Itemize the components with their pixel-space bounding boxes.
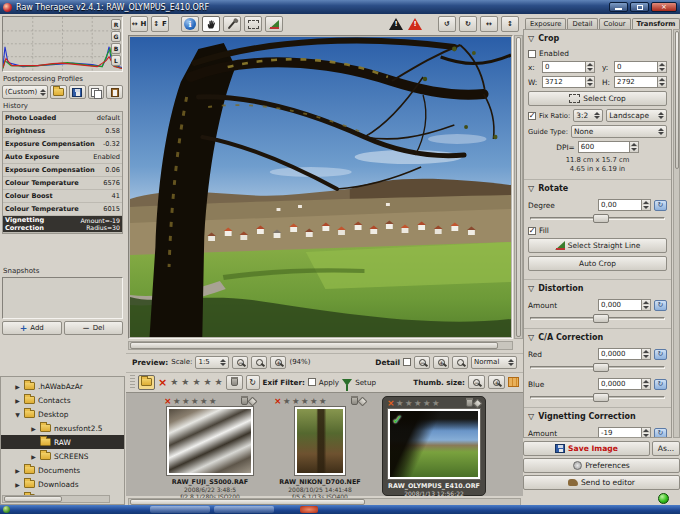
scale-select[interactable]: 1:5: [195, 356, 229, 369]
vignetting-header[interactable]: ▽Vignetting Correction: [528, 411, 667, 424]
star-icon[interactable]: ★: [173, 397, 181, 405]
history-row[interactable]: Colour Boost41: [3, 190, 122, 203]
tree-item[interactable]: ▶nexusfont2.5: [1, 421, 124, 435]
expander-icon[interactable]: ▶: [14, 481, 21, 488]
refresh-button[interactable]: ↻: [246, 375, 260, 390]
tag-icon[interactable]: [473, 398, 483, 408]
thumb-smaller-button[interactable]: −: [468, 375, 485, 389]
save-profile-button[interactable]: [69, 85, 86, 99]
histogram-green-toggle[interactable]: G: [111, 31, 121, 42]
preferences-button[interactable]: Preferences: [523, 458, 680, 473]
taskbar-item[interactable]: [214, 506, 274, 513]
close-button[interactable]: ×: [651, 2, 677, 12]
history-row[interactable]: Exposure Compensation-0.32: [3, 138, 122, 151]
thumbnail[interactable]: × ★★★★★ RAW_NIKON_D700.NEF 2008/10/25 14…: [272, 396, 368, 496]
detail-zoom-100-button[interactable]: [452, 356, 468, 369]
hand-tool-button[interactable]: [202, 16, 220, 32]
ca-blue-slider[interactable]: [528, 393, 667, 402]
thumbnail-selected[interactable]: × ★★★★★ ✓ RAW_OLYMPUS_E410.ORF 2008/1/13…: [382, 396, 486, 496]
show-all-button[interactable]: [138, 375, 155, 390]
fill-checkbox[interactable]: ✓: [528, 227, 536, 235]
shadow-clipping-warning-icon[interactable]: !: [389, 18, 403, 30]
trash-icon[interactable]: [241, 397, 248, 405]
picker-tool-button[interactable]: [223, 16, 241, 32]
history-row[interactable]: Photo Loadeddefault: [3, 112, 122, 125]
ca-red-spin[interactable]: 0,0000: [598, 348, 651, 360]
tree-item[interactable]: ▶Contacts: [1, 393, 124, 407]
history-row[interactable]: Brightness0.58: [3, 125, 122, 138]
zoom-in-button[interactable]: +: [270, 356, 286, 369]
toolbar-grip[interactable]: [130, 375, 135, 390]
flip-vertical-button[interactable]: ↕: [501, 16, 519, 32]
ca-red-slider[interactable]: [528, 363, 667, 372]
taskbar-item[interactable]: [300, 506, 318, 513]
detail-zoom-out-button[interactable]: −: [414, 356, 430, 369]
ca-header[interactable]: ▽C/A Correction: [528, 332, 667, 345]
tree-item[interactable]: ▶Downloads: [1, 477, 124, 491]
fit-full-button[interactable]: ↕F: [151, 16, 169, 32]
rotate-right-button[interactable]: ↻: [459, 16, 477, 32]
snapshots-list[interactable]: [2, 277, 123, 319]
tree-item-selected[interactable]: RAW: [1, 435, 124, 449]
thumb-larger-button[interactable]: +: [488, 375, 505, 389]
image-horizontal-scrollbar[interactable]: [128, 341, 513, 350]
exif-setup-label[interactable]: Setup: [355, 378, 376, 387]
grid-view-icon[interactable]: [508, 377, 519, 387]
star-filter-3[interactable]: ★: [192, 378, 200, 387]
tab-colour[interactable]: Colour: [599, 18, 631, 29]
add-snapshot-button[interactable]: +Add: [2, 321, 62, 335]
star-filter-4[interactable]: ★: [203, 378, 211, 387]
histogram-red-toggle[interactable]: R: [111, 19, 121, 30]
save-as-button[interactable]: As...: [652, 441, 680, 456]
unrated-filter-button[interactable]: ×: [158, 377, 167, 388]
taskbar-item[interactable]: [150, 506, 210, 513]
history-row[interactable]: Colour Temperature6576: [3, 177, 122, 190]
expander-icon[interactable]: ▼: [14, 411, 21, 418]
rotate-header[interactable]: ▽Rotate: [528, 183, 667, 196]
trash-icon[interactable]: [466, 399, 473, 407]
guide-select[interactable]: None: [571, 125, 667, 138]
minimize-button[interactable]: [609, 2, 628, 12]
image-preview[interactable]: [128, 35, 513, 339]
copy-profile-button[interactable]: [88, 85, 105, 99]
star-filter-2[interactable]: ★: [181, 378, 189, 387]
flip-horizontal-button[interactable]: ↔: [480, 16, 498, 32]
tree-item[interactable]: ▼Desktop: [1, 407, 124, 421]
maximize-button[interactable]: [630, 2, 649, 12]
star-filter-5[interactable]: ★: [215, 378, 223, 387]
start-orb-icon[interactable]: [3, 506, 10, 513]
thumbnail[interactable]: × ★★★★★ RAW_FUJI_S5000.RAF 2008/6/22 3:4…: [162, 396, 258, 496]
zoom-out-button[interactable]: −: [232, 356, 248, 369]
distortion-header[interactable]: ▽Distortion: [528, 283, 667, 296]
del-snapshot-button[interactable]: −Del: [64, 321, 124, 335]
distortion-reset-button[interactable]: ↻: [654, 300, 667, 311]
expander-icon[interactable]: ▶: [30, 425, 37, 432]
degree-spin[interactable]: 0,00: [598, 199, 651, 211]
distortion-amount-spin[interactable]: 0,000: [598, 299, 651, 311]
windows-taskbar[interactable]: [0, 505, 680, 514]
zoom-100-button[interactable]: [251, 356, 267, 369]
degree-reset-button[interactable]: ↻: [654, 200, 667, 211]
filter-funnel-icon[interactable]: [342, 379, 352, 386]
history-row-selected[interactable]: Vignetting Correction Amount=-19Radius=3…: [3, 216, 122, 233]
vignetting-amount-reset-button[interactable]: ↻: [654, 428, 667, 439]
vignetting-amount-spin[interactable]: -19: [598, 427, 651, 438]
crop-w-spin[interactable]: 3712: [542, 76, 595, 88]
tree-item[interactable]: ▶.hAWabAzAr: [1, 379, 124, 393]
history-row[interactable]: Colour Temperature6015: [3, 203, 122, 216]
star-icon[interactable]: ★: [283, 397, 291, 405]
tree-item[interactable]: ▶Documents: [1, 463, 124, 477]
ca-blue-spin[interactable]: 0,0000: [598, 378, 651, 390]
discard-icon[interactable]: ×: [164, 396, 172, 407]
degree-slider[interactable]: [528, 214, 667, 223]
image-vertical-scrollbar[interactable]: [514, 35, 523, 339]
trash-filter-button[interactable]: [226, 375, 243, 390]
tools-vertical-scrollbar[interactable]: [673, 29, 680, 438]
select-crop-button[interactable]: Select Crop: [528, 91, 667, 106]
load-profile-button[interactable]: [50, 85, 67, 99]
crop-x-spin[interactable]: 0: [542, 61, 595, 73]
profile-select[interactable]: (Custom): [2, 85, 48, 99]
expander-icon[interactable]: ▶: [14, 467, 21, 474]
crop-tool-button[interactable]: [244, 16, 262, 32]
orientation-select[interactable]: Landscape: [606, 109, 667, 122]
